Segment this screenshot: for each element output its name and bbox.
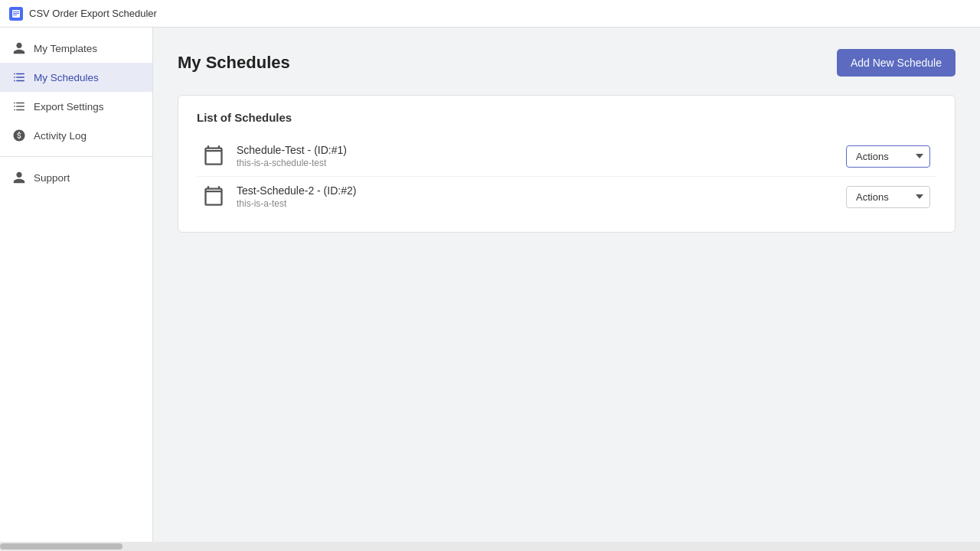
sidebar-item-my-schedules-label: My Schedules [34, 72, 99, 83]
sidebar-item-my-schedules[interactable]: My Schedules [0, 63, 152, 92]
page-header: My Schedules Add New Schedule [178, 49, 956, 77]
sidebar-item-activity-log[interactable]: Activity Log [0, 121, 152, 150]
svg-rect-1 [13, 11, 19, 12]
app-title: CSV Order Export Scheduler [29, 8, 157, 19]
schedule-list-card: List of Schedules Schedule-Test - (ID:#1… [178, 95, 956, 233]
table-row: Schedule-Test - (ID:#1) this-is-a-schedu… [197, 136, 936, 177]
schedule-sub-2: this-is-a-test [237, 198, 835, 209]
app-icon [9, 7, 23, 21]
main-content: My Schedules Add New Schedule List of Sc… [153, 28, 980, 542]
calendar-icon [203, 185, 226, 208]
sidebar-item-my-templates[interactable]: My Templates [0, 34, 152, 63]
sidebar: My Templates My Schedules Export Setting… [0, 28, 153, 542]
topbar: CSV Order Export Scheduler [0, 0, 980, 28]
calendar-icon [203, 145, 226, 168]
list-settings-icon [12, 99, 26, 113]
sidebar-item-activity-log-label: Activity Log [34, 130, 87, 142]
sidebar-item-support-label: Support [34, 172, 70, 184]
support-person-icon [12, 171, 26, 184]
svg-rect-3 [13, 15, 17, 15]
schedule-name-1: Schedule-Test - (ID:#1) [237, 144, 835, 156]
scrollbar-thumb[interactable] [0, 543, 122, 549]
table-row: Test-Schedule-2 - (ID:#2) this-is-a-test… [197, 177, 936, 217]
schedule-list-title: List of Schedules [197, 111, 936, 124]
schedule-name-2: Test-Schedule-2 - (ID:#2) [237, 184, 835, 197]
add-new-schedule-button[interactable]: Add New Schedule [837, 49, 956, 77]
svg-rect-2 [13, 13, 19, 14]
sidebar-item-my-templates-label: My Templates [34, 43, 97, 54]
dollar-circle-icon [12, 129, 26, 142]
horizontal-scrollbar[interactable] [0, 542, 980, 551]
schedule-sub-1: this-is-a-schedule-test [237, 158, 835, 168]
person-icon [12, 41, 26, 55]
list-icon [12, 70, 26, 84]
sidebar-item-export-settings[interactable]: Export Settings [0, 92, 152, 121]
sidebar-item-export-settings-label: Export Settings [34, 101, 104, 112]
schedule-info-2: Test-Schedule-2 - (ID:#2) this-is-a-test [237, 184, 835, 209]
schedule-info-1: Schedule-Test - (ID:#1) this-is-a-schedu… [237, 144, 835, 168]
sidebar-item-support[interactable]: Support [0, 163, 152, 192]
actions-select-2[interactable]: Actions Edit Delete Run Now [846, 186, 930, 208]
sidebar-divider [0, 156, 152, 157]
page-title: My Schedules [178, 53, 290, 73]
actions-select-1[interactable]: Actions Edit Delete Run Now [846, 145, 930, 168]
